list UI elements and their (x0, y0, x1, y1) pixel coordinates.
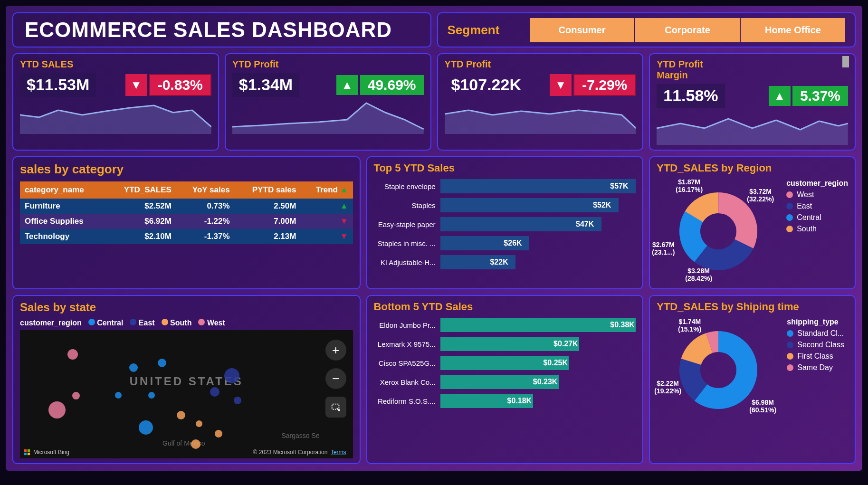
cell-pytd: 7.00M (235, 214, 301, 229)
cell-ytd: $2.52M (105, 199, 176, 214)
bar-row[interactable]: Staples$52K (374, 198, 636, 212)
col-ytd-sales[interactable]: YTD_SALES (105, 181, 176, 199)
bar-track: $0.38K (440, 318, 636, 332)
swatch-icon (786, 203, 793, 209)
sales-by-category-card: sales by category category_name YTD_SALE… (12, 156, 361, 289)
col-yoy-sales[interactable]: YoY sales (176, 181, 235, 199)
legend-item[interactable]: East (130, 319, 154, 327)
bar-fill (440, 179, 636, 193)
legend-item[interactable]: South (162, 319, 192, 327)
kpi-delta: ▲ 5.37% (769, 86, 848, 106)
dashboard-title-card: ECOMMERCE SALES DASHBOARD (12, 12, 431, 48)
bar-label: KI Adjustable-H... (374, 258, 436, 266)
kpi-title: YTD Profit Margin (657, 59, 714, 81)
bar-row[interactable]: Lexmark X 9575...$0.27K (374, 337, 636, 351)
dashboard-frame: ECOMMERCE SALES DASHBOARD Segment Consum… (6, 6, 862, 471)
map-zoom-in-button[interactable]: + (325, 340, 346, 361)
segment-buttons: Consumer Corporate Home Office (509, 18, 845, 42)
bar-track: $0.18K (440, 394, 636, 408)
kpi-ytd-sales-card: YTD SALES $11.53M ▼ -0.83% (12, 53, 219, 151)
segment-home-office-button[interactable]: Home Office (741, 18, 845, 42)
legend-title: customer_region (786, 179, 848, 188)
bar-row[interactable]: Cisco SPA525G...$0.25K (374, 356, 636, 370)
kpi-delta: ▼ -7.29% (550, 74, 636, 96)
panel-title: Sales by state (20, 301, 353, 314)
bar-value: $0.27K (553, 340, 578, 348)
legend-item[interactable]: Same Day (787, 363, 844, 372)
bar-value: $0.18K (507, 397, 532, 405)
legend-item[interactable]: Standard Cl... (787, 329, 844, 338)
legend-item[interactable]: First Class (787, 352, 844, 361)
map-bubble (196, 420, 202, 427)
map-lasso-button[interactable] (325, 397, 346, 418)
swatch-icon (786, 226, 793, 232)
resize-handle-icon[interactable] (842, 56, 849, 67)
map-bubble (67, 349, 78, 360)
panel-title: Bottom 5 YTD Sales (374, 301, 636, 313)
bar-label: Eldon Jumbo Pr... (374, 321, 436, 329)
panel-title: YTD_SALES by Shiping time (657, 301, 848, 313)
map-bubble (148, 392, 155, 399)
map-zoom-out-button[interactable]: − (325, 368, 346, 389)
bar-track: $52K (440, 198, 636, 212)
trend-down-icon: ▼ (340, 232, 348, 241)
kpi-ytd-profit-margin-card: YTD Profit Margin 11.58% ▲ 5.37% (649, 53, 856, 151)
bing-logo-icon (24, 449, 30, 456)
donut-label-south: $1.87M (16.17%) (676, 178, 703, 193)
swatch-icon (787, 342, 793, 348)
bar-row[interactable]: KI Adjustable-H...$22K (374, 255, 636, 269)
bar-value: $22K (490, 258, 508, 266)
table-row[interactable]: Furniture$2.52M0.73%2.50M▲ (20, 199, 353, 214)
legend-item[interactable]: South (786, 225, 848, 233)
donut-label-east: $3.28M (28.42%) (685, 267, 712, 282)
cell-pytd: 2.13M (235, 229, 301, 244)
cell-category: Office Supplies (20, 214, 105, 229)
bottom5-card: Bottom 5 YTD Sales Eldon Jumbo Pr...$0.3… (366, 295, 644, 464)
legend-item[interactable]: Central (88, 319, 124, 327)
category-table: category_name YTD_SALES YoY sales PYTD s… (20, 181, 353, 244)
map-bubble (215, 430, 222, 437)
bar-row[interactable]: Easy-staple paper$47K (374, 217, 636, 231)
segment-corporate-button[interactable]: Corporate (635, 18, 740, 42)
swatch-icon (162, 319, 168, 325)
bar-value: $26K (504, 239, 522, 247)
bar-row[interactable]: Staples in misc. ...$26K (374, 236, 636, 250)
bar-label: Staples in misc. ... (374, 239, 436, 247)
map-terms-link[interactable]: Terms (331, 449, 346, 456)
segment-consumer-button[interactable]: Consumer (530, 18, 634, 42)
top5-bar-list: Staple envelope$57KStaples$52KEasy-stapl… (374, 179, 636, 269)
map-bubble (177, 411, 185, 419)
col-pytd-sales[interactable]: PYTD sales (235, 181, 301, 199)
map[interactable]: UNITED STATES Gulf of Mexico Sargasso Se… (20, 330, 353, 458)
bar-row[interactable]: Xerox Blank Co...$0.23K (374, 375, 636, 389)
bar-value: $47K (576, 220, 594, 228)
kpi-value: $1.34M (232, 73, 299, 97)
cell-trend: ▼ (301, 229, 353, 244)
segment-card: Segment Consumer Corporate Home Office (437, 12, 856, 48)
kpi-delta-value: 5.37% (792, 86, 848, 106)
bar-row[interactable]: Rediform S.O.S....$0.18K (374, 394, 636, 408)
triangle-down-icon: ▼ (125, 74, 147, 96)
legend-item[interactable]: West (198, 319, 225, 327)
col-trend[interactable]: Trend ▲ (301, 181, 353, 199)
legend-item[interactable]: West (786, 190, 848, 199)
kpi-title: YTD Profit (232, 59, 424, 70)
bar-label: Staples (374, 201, 436, 209)
bar-row[interactable]: Staple envelope$57K (374, 179, 636, 193)
legend-title: customer_region (20, 319, 82, 327)
bar-track: $22K (440, 255, 636, 269)
legend-title: shipping_type (787, 318, 844, 326)
cell-category: Technology (20, 229, 105, 244)
trend-down-icon: ▼ (340, 217, 348, 226)
bar-row[interactable]: Eldon Jumbo Pr...$0.38K (374, 318, 636, 332)
table-row[interactable]: Office Supplies$6.92M-1.22%7.00M▼ (20, 214, 353, 229)
legend-item[interactable]: Second Class (787, 341, 844, 349)
bar-track: $57K (440, 179, 636, 193)
table-row[interactable]: Technology$2.10M-1.37%2.13M▼ (20, 229, 353, 244)
col-category-name[interactable]: category_name (20, 181, 105, 199)
legend-item[interactable]: Central (786, 213, 848, 222)
bar-value: $52K (593, 201, 611, 209)
bar-value: $57K (610, 182, 628, 190)
sparkline (445, 101, 636, 145)
legend-item[interactable]: East (786, 202, 848, 210)
